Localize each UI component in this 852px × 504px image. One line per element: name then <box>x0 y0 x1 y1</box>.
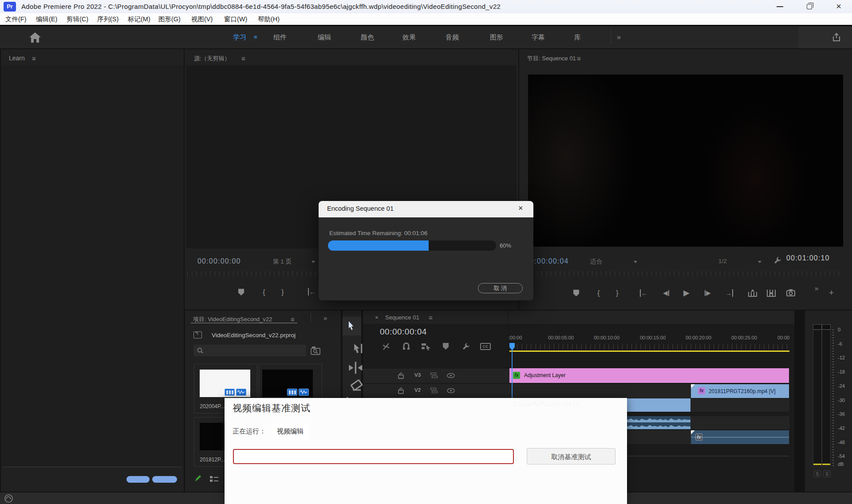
workspace-tab-color[interactable]: 颜色 <box>361 26 374 48</box>
v3-eye-icon[interactable] <box>447 373 455 378</box>
linked-selection-icon[interactable] <box>421 343 431 350</box>
program-ruler[interactable] <box>532 271 840 276</box>
adjustment-layer-clip[interactable]: fx Adjustment Layer <box>509 368 789 383</box>
meter-label: 0 <box>838 327 840 332</box>
project-file-name[interactable]: VideoEditingSecond_v22.prproj <box>212 332 296 339</box>
source-mark-in-button[interactable]: { <box>263 288 265 297</box>
navigate-up-icon[interactable]: ↰ <box>193 331 202 339</box>
source-monitor-menu-icon[interactable]: ≡ <box>241 55 245 62</box>
menu-graphics[interactable]: 图形(G) <box>158 13 181 25</box>
volume-band[interactable] <box>691 437 789 437</box>
program-add-marker-button[interactable] <box>573 290 579 296</box>
v3-lock-icon[interactable] <box>398 372 404 379</box>
workspace-overflow-icon[interactable]: » <box>617 26 621 48</box>
timeline-add-marker-icon[interactable] <box>443 343 449 350</box>
timeline-panel-menu-icon[interactable]: ≡ <box>429 314 433 321</box>
learn-next-button[interactable] <box>152 476 177 483</box>
workspace-tab-graphics[interactable]: 图形 <box>490 26 503 48</box>
program-play-button[interactable]: ▶ <box>683 288 690 298</box>
source-go-to-in-button[interactable]: ← <box>308 288 316 295</box>
menu-markers[interactable]: 标记(M) <box>128 13 150 25</box>
share-export-icon[interactable] <box>832 32 841 42</box>
insert-sequence-icon[interactable] <box>382 342 390 351</box>
program-resolution-select[interactable]: 1/2 <box>718 258 727 264</box>
program-export-frame-button[interactable] <box>786 289 795 296</box>
program-go-to-in-button[interactable]: ← <box>640 289 648 297</box>
program-step-back-button[interactable]: ◀ <box>663 289 669 296</box>
timeline-ruler[interactable]: :00:00 00:00:05:00 00:00:10:00 00:00:15:… <box>508 335 789 350</box>
source-mark-out-button[interactable]: } <box>281 288 284 297</box>
project-panel-overflow-icon[interactable]: » <box>323 314 327 322</box>
menu-edit[interactable]: 编辑(E) <box>36 13 57 25</box>
restore-button[interactable] <box>807 4 812 9</box>
workspace-tab-editing[interactable]: 编辑 <box>318 26 331 48</box>
a2-audio-clip[interactable]: fx <box>691 430 789 444</box>
ruler-label: 00:00:25:00 <box>731 335 757 340</box>
workspace-tab-learn[interactable]: 学习 <box>233 26 246 48</box>
timeline-tab-label[interactable]: Sequence 01 <box>385 314 419 321</box>
solo-right-button[interactable]: S <box>823 470 831 477</box>
home-icon[interactable] <box>28 31 42 43</box>
source-timecode[interactable]: 00:00:00:00 <box>197 257 241 265</box>
timeline-settings-wrench-icon[interactable] <box>462 342 470 351</box>
menu-bar: 文件(F) 编辑(E) 剪辑(C) 序列(S) 标记(M) 图形(G) 视图(V… <box>0 13 852 25</box>
encoding-cancel-button[interactable]: 取 消 <box>478 283 523 293</box>
workspace-tab-captions[interactable]: 字幕 <box>532 26 545 48</box>
workspace-tab-audio[interactable]: 音频 <box>446 26 459 48</box>
window-title: Adobe Premiere Pro 2022 - C:\ProgramData… <box>21 0 501 13</box>
encoding-dialog-close-icon[interactable]: × <box>518 204 523 213</box>
benchmark-cancel-button[interactable]: 取消基准测试 <box>527 448 615 465</box>
encoding-time-remaining: Estimated Time Remaining: 00:01:06 <box>329 230 427 236</box>
v2-eye-icon[interactable] <box>447 388 455 393</box>
workspace-tab-libraries[interactable]: 库 <box>574 26 581 48</box>
timeline-tab-close-icon[interactable]: × <box>375 314 379 321</box>
restore-icon <box>808 3 813 8</box>
learn-panel-menu-icon[interactable]: ≡ <box>32 55 36 62</box>
program-step-forward-button[interactable]: ▶ <box>705 289 711 296</box>
creative-cloud-icon[interactable] <box>4 494 13 503</box>
program-add-button-icon[interactable]: + <box>829 288 834 298</box>
edit-pencil-icon[interactable] <box>194 475 201 483</box>
minimize-button[interactable] <box>777 6 783 7</box>
fx-badge-icon: fx <box>698 387 705 394</box>
captions-icon[interactable]: CC <box>480 343 491 350</box>
workspace-menu-icon[interactable]: ≡ <box>254 26 257 48</box>
snap-icon[interactable] <box>402 343 410 350</box>
clip-name[interactable]: 201812P... <box>200 457 225 463</box>
workspace-tab-assembly[interactable]: 组件 <box>273 26 287 48</box>
project-panel-menu-icon[interactable]: ≡ <box>291 316 295 323</box>
menu-help[interactable]: 帮助(H) <box>258 13 280 25</box>
menu-sequence[interactable]: 序列(S) <box>97 13 118 25</box>
selection-tool[interactable] <box>348 321 355 331</box>
close-button[interactable]: × <box>833 0 844 13</box>
clip-name[interactable]: 202004P... <box>200 403 225 410</box>
project-search-input[interactable] <box>193 345 306 356</box>
ruler-label: 00:00:30:00 <box>777 335 789 340</box>
program-settings-wrench-icon[interactable] <box>773 256 782 265</box>
program-overflow-icon[interactable]: » <box>815 284 818 292</box>
v3-track-label[interactable]: V3 <box>414 372 421 378</box>
program-zoom-select[interactable]: 适合 <box>590 258 602 266</box>
v2-video-clip[interactable]: fx 201811PRGT2160p.mp4 [V] <box>691 384 789 398</box>
learn-prev-button[interactable] <box>126 476 150 483</box>
program-lift-button[interactable] <box>748 289 757 297</box>
program-mark-in-button[interactable]: { <box>597 289 600 298</box>
work-area-bar[interactable] <box>509 350 789 352</box>
menu-view[interactable]: 视图(V) <box>191 13 213 25</box>
v2-track-label[interactable]: V2 <box>414 387 421 393</box>
program-video-preview <box>528 75 843 247</box>
menu-window[interactable]: 窗口(W) <box>224 13 247 25</box>
program-go-to-out-button[interactable]: → <box>725 289 733 297</box>
timeline-timecode[interactable]: 00:00:00:04 <box>380 327 427 337</box>
find-in-project-icon[interactable] <box>311 346 320 355</box>
menu-file[interactable]: 文件(F) <box>5 13 27 25</box>
solo-left-button[interactable]: S <box>813 470 821 477</box>
program-mark-out-button[interactable]: } <box>616 289 619 298</box>
source-page-select[interactable]: 第 1 页 <box>273 258 292 266</box>
workspace-tab-effects[interactable]: 效果 <box>402 26 416 48</box>
menu-clip[interactable]: 剪辑(C) <box>67 13 88 25</box>
program-monitor-menu-icon[interactable]: ≡ <box>577 55 581 62</box>
source-add-marker-button[interactable] <box>238 289 244 295</box>
v2-lock-icon[interactable] <box>398 387 404 394</box>
program-extract-button[interactable] <box>767 289 776 297</box>
